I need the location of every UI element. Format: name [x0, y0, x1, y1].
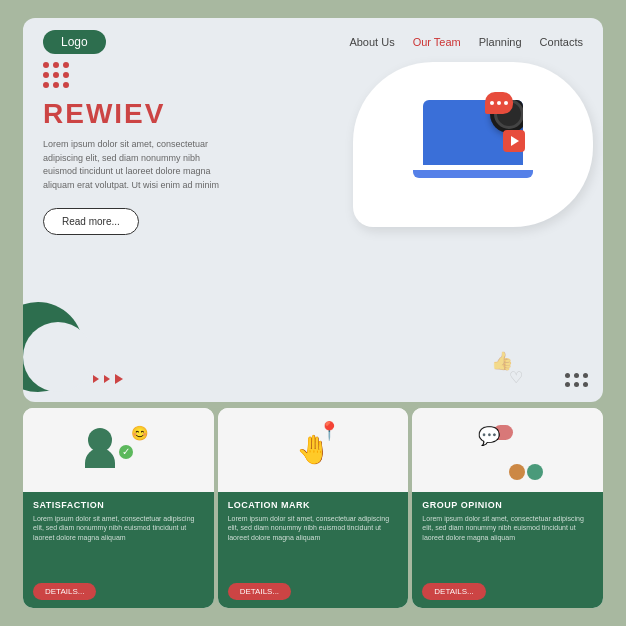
dot	[53, 62, 59, 68]
dot	[583, 382, 588, 387]
top-card: Logo About Us Our Team Planning Contacts	[23, 18, 603, 402]
location-card-top: 🤚 📍	[218, 408, 409, 492]
dot	[63, 82, 69, 88]
dot	[583, 373, 588, 378]
dot	[53, 72, 59, 78]
location-title: LOCATION MARK	[228, 500, 399, 510]
satisfaction-card: 😊 ✓ SATISFACTION Lorem ipsum dolor sit a…	[23, 408, 214, 608]
dot	[43, 62, 49, 68]
group-desc: Lorem ipsum dolor sit amet, consectetuar…	[422, 514, 593, 579]
nav-team[interactable]: Our Team	[413, 36, 461, 48]
group-details-button[interactable]: DETAILS...	[422, 583, 485, 600]
satisfaction-card-bottom: SATISFACTION Lorem ipsum dolor sit amet,…	[23, 492, 214, 608]
bottom-row: 😊 ✓ SATISFACTION Lorem ipsum dolor sit a…	[23, 408, 603, 608]
location-details-button[interactable]: DETAILS...	[228, 583, 291, 600]
chat-icon: 💬	[478, 425, 500, 447]
dot	[565, 382, 570, 387]
hero-text: REWIEV Lorem ipsum dolor sit amet, conse…	[43, 62, 583, 235]
arrow-icon	[93, 375, 99, 383]
dot	[565, 373, 570, 378]
satisfaction-details-button[interactable]: DETAILS...	[33, 583, 96, 600]
nav-contacts[interactable]: Contacts	[540, 36, 583, 48]
arrow-icon	[104, 375, 110, 383]
person-body-icon	[85, 448, 115, 468]
hero-area: REWIEV Lorem ipsum dolor sit amet, conse…	[23, 62, 603, 245]
dot	[63, 62, 69, 68]
group-title: GROUP OPINION	[422, 500, 593, 510]
dot	[43, 72, 49, 78]
location-pin-icon: 📍	[318, 420, 340, 442]
group-card-bottom: GROUP OPINION Lorem ipsum dolor sit amet…	[412, 492, 603, 608]
heart-icon: ♡	[509, 368, 523, 387]
logo-button[interactable]: Logo	[43, 30, 106, 54]
group-opinion-card: 💬 GROUP OPINION Lorem ipsum dolor sit am…	[412, 408, 603, 608]
satisfaction-title: SATISFACTION	[33, 500, 204, 510]
check-icon: ✓	[119, 445, 133, 459]
nav-planning[interactable]: Planning	[479, 36, 522, 48]
group-card-top: 💬	[412, 408, 603, 492]
dot	[63, 72, 69, 78]
arrows-decoration	[93, 374, 123, 384]
satisfaction-icon: 😊 ✓	[83, 420, 153, 480]
happy-emoji-icon: 😊	[131, 425, 148, 441]
dot-grid-decoration	[43, 62, 583, 88]
dot	[574, 382, 579, 387]
satisfaction-desc: Lorem ipsum dolor sit amet, consectetuar…	[33, 514, 204, 579]
location-icon: 🤚 📍	[278, 420, 348, 480]
hero-title: REWIEV	[43, 98, 583, 130]
location-desc: Lorem ipsum dolor sit amet, consectetuar…	[228, 514, 399, 579]
read-more-button[interactable]: Read more...	[43, 208, 139, 235]
page-wrapper: Logo About Us Our Team Planning Contacts	[23, 18, 603, 608]
dot-grid-right	[565, 373, 588, 387]
dot	[43, 82, 49, 88]
avatar-icon	[509, 464, 525, 480]
nav-links: About Us Our Team Planning Contacts	[349, 36, 583, 48]
dot	[53, 82, 59, 88]
arrow-icon	[115, 374, 123, 384]
location-card: 🤚 📍 LOCATION MARK Lorem ipsum dolor sit …	[218, 408, 409, 608]
avatar-icon	[527, 464, 543, 480]
dot	[574, 373, 579, 378]
satisfaction-card-top: 😊 ✓	[23, 408, 214, 492]
nav-about[interactable]: About Us	[349, 36, 394, 48]
avatars-group	[509, 464, 543, 480]
hero-description: Lorem ipsum dolor sit amet, consectetuar…	[43, 138, 223, 192]
group-icon: 💬	[473, 420, 543, 480]
deco-circle-inner	[23, 322, 93, 392]
location-card-bottom: LOCATION MARK Lorem ipsum dolor sit amet…	[218, 492, 409, 608]
